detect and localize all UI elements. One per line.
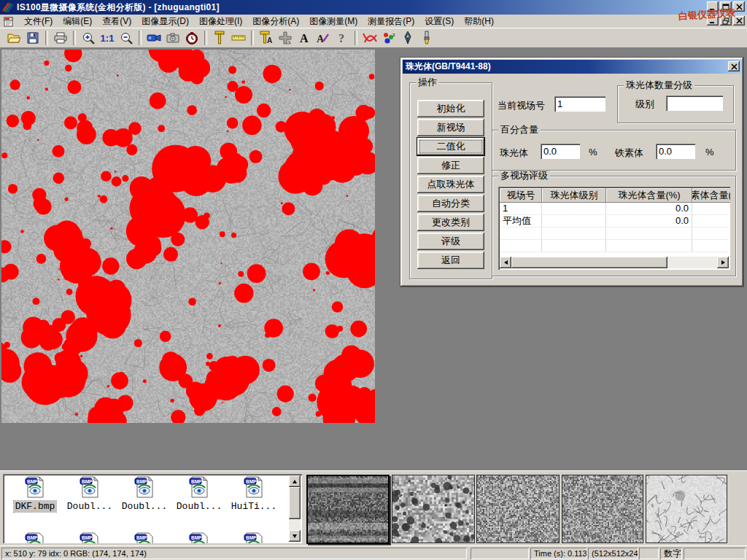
text-annotation-button[interactable]: A — [295, 29, 314, 47]
maximize-button[interactable] — [720, 1, 732, 12]
bmp-file-icon: BMP — [188, 476, 210, 498]
file-list-scrollbar[interactable] — [289, 475, 301, 542]
table-row-empty — [500, 240, 729, 252]
binarize-button[interactable]: 二值化 — [417, 137, 485, 156]
pan-button[interactable] — [276, 29, 295, 47]
file-item[interactable]: BMP Doubl... — [118, 476, 171, 512]
save-button[interactable] — [23, 29, 42, 47]
document-system-icon[interactable] — [3, 16, 15, 27]
bmp-file-icon: BMP — [243, 476, 265, 498]
brush-icon — [422, 31, 432, 45]
thumbnail-image[interactable] — [646, 475, 727, 543]
zoom-in-button[interactable] — [79, 29, 98, 47]
file-item[interactable]: BMP Doubl... — [173, 476, 225, 512]
dialog-close-icon — [731, 63, 738, 70]
dialog-close-button[interactable] — [728, 61, 740, 71]
toolbar-separator — [139, 31, 142, 45]
scroll-left-button[interactable] — [500, 257, 511, 268]
print-button[interactable] — [51, 29, 70, 47]
file-name[interactable]: Doubl... — [66, 501, 114, 512]
ruler-button[interactable] — [229, 29, 248, 47]
grade-button[interactable]: 评级 — [417, 233, 484, 250]
table-row[interactable]: 平均值 0.0 — [500, 215, 729, 228]
pick-pearlite-button[interactable]: 点取珠光体 — [417, 176, 484, 193]
caliper-measure-button[interactable] — [210, 29, 229, 47]
menu-image-measure[interactable]: 图像测量(M) — [304, 15, 363, 28]
file-item-partial[interactable]: BMP — [228, 532, 280, 543]
thumbnail-image[interactable] — [562, 475, 643, 543]
menu-settings[interactable]: 设置(S) — [419, 15, 459, 28]
table-horizontal-scrollbar[interactable] — [500, 257, 729, 268]
menu-file[interactable]: 文件(F) — [19, 15, 58, 28]
file-item-partial[interactable]: BMP — [118, 532, 171, 543]
zoom-out-button[interactable] — [117, 29, 136, 47]
file-item[interactable]: BMP Doubl... — [63, 476, 116, 512]
scroll-right-button[interactable] — [717, 257, 729, 268]
menu-report[interactable]: 测量报告(P) — [363, 15, 419, 28]
menu-image-analysis[interactable]: 图像分析(A) — [247, 15, 304, 28]
close-button[interactable] — [733, 1, 745, 12]
brush-tool-button[interactable] — [417, 29, 436, 47]
file-item[interactable]: BMP HuiTi... — [228, 476, 280, 512]
pearlite-percent-input[interactable] — [541, 144, 580, 159]
change-class-button[interactable]: 更改类别 — [417, 214, 484, 231]
col-ferrite[interactable]: 铁素体含量(%) — [692, 188, 730, 203]
ferrite-percent-input[interactable] — [656, 144, 695, 159]
actual-size-button[interactable]: 1:1 — [98, 29, 117, 47]
file-name[interactable]: HuiTi... — [230, 501, 278, 512]
scrollbar-thumb[interactable] — [289, 487, 301, 519]
video-capture-button[interactable] — [144, 29, 163, 47]
menu-help[interactable]: 帮助(H) — [459, 15, 499, 28]
col-level[interactable]: 珠光体级别 — [542, 188, 606, 203]
minimize-button[interactable] — [707, 1, 719, 12]
calibration-button[interactable]: A — [257, 29, 276, 47]
file-item-partial[interactable]: BMP — [63, 532, 116, 543]
file-item[interactable]: BMP DKF.bmp — [9, 476, 61, 512]
video-camera-icon — [147, 32, 162, 44]
metallographic-image[interactable] — [1, 50, 375, 423]
menu-image-process[interactable]: 图像处理(I) — [194, 15, 247, 28]
scroll-down-button[interactable] — [289, 530, 301, 542]
file-item-partial[interactable]: BMP — [9, 532, 61, 543]
file-name[interactable]: DKF.bmp — [14, 501, 57, 512]
thumbnail-image[interactable] — [392, 475, 475, 543]
percent-group: 百分含量 珠光体 % 铁素体 % — [492, 130, 736, 171]
col-field[interactable]: 视场号 — [500, 188, 542, 203]
col-pearlite[interactable]: 珠光体含量(%) — [606, 188, 692, 203]
help-icon: ? — [337, 31, 347, 44]
mdi-restore-button[interactable] — [720, 16, 732, 26]
menu-edit[interactable]: 编辑(E) — [58, 15, 97, 28]
file-item-partial[interactable]: BMP — [173, 532, 225, 543]
file-list[interactable]: BMP DKF.bmp BMP Doubl... BMP Doubl... BM… — [3, 474, 302, 543]
menu-view[interactable]: 查看(V) — [97, 15, 136, 28]
cell-level — [542, 215, 606, 227]
table-row[interactable]: 1 0.0 — [500, 203, 729, 215]
edit-annotation-button[interactable]: A — [314, 29, 333, 47]
rating-table[interactable]: 视场号 珠光体级别 珠光体含量(%) 铁素体含量(%) 1 0.0 平均值 0.… — [498, 187, 730, 270]
thumbnail-image[interactable] — [306, 475, 390, 544]
mdi-minimize-button[interactable] — [707, 16, 719, 26]
delete-curve-button[interactable] — [360, 29, 379, 47]
open-button[interactable] — [4, 29, 23, 47]
camera-capture-button[interactable] — [163, 29, 182, 47]
file-name[interactable]: Doubl... — [120, 501, 169, 512]
new-field-button[interactable]: 新视场 — [417, 119, 484, 136]
return-button[interactable]: 返回 — [417, 252, 484, 269]
thumbnail-image[interactable] — [476, 475, 560, 543]
dialog-title-bar[interactable]: 珠光体(GB/T9441-88) — [403, 60, 741, 74]
pen-tool-button[interactable] — [398, 29, 417, 47]
help-button[interactable]: ? — [333, 29, 352, 47]
scrollbar-thumb[interactable] — [511, 257, 667, 268]
auto-classify-button[interactable]: 自动分类 — [417, 195, 484, 212]
count-particles-button[interactable]: 3 — [379, 29, 398, 47]
correct-button[interactable]: 修正 — [417, 157, 484, 174]
mdi-close-button[interactable] — [733, 16, 745, 26]
toolbar: 1:1 A A A ? 3 — [0, 28, 747, 48]
menu-image-display[interactable]: 图像显示(D) — [136, 15, 194, 28]
current-field-input[interactable] — [554, 96, 605, 112]
scroll-up-button[interactable] — [289, 475, 301, 487]
level-input[interactable] — [666, 96, 723, 111]
timer-button[interactable] — [182, 29, 201, 47]
initialize-button[interactable]: 初始化 — [417, 100, 484, 117]
file-name[interactable]: Doubl... — [175, 501, 223, 512]
